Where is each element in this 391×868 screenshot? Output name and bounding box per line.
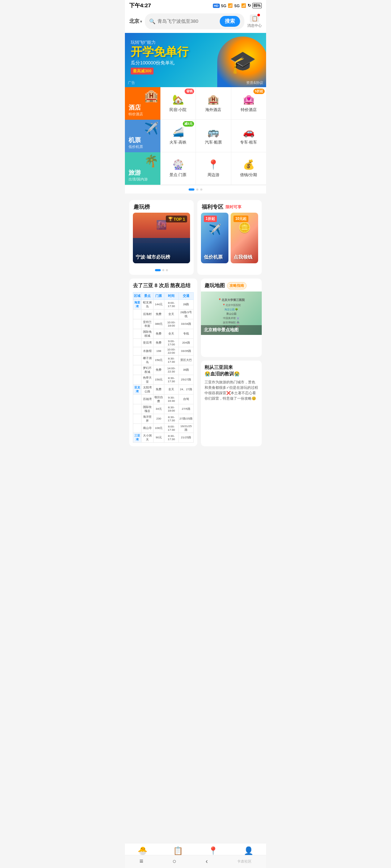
trending-section: 趣玩榜 🌆 🏆 TOP 1 宁波·城市必玩榜 (129, 200, 194, 275)
table-row: 国际免税城免费全天专线 (133, 329, 194, 339)
search-bar[interactable]: 🔍 青岛飞宁波低至380 搜索 (145, 13, 244, 29)
t-dot-1 (155, 269, 161, 271)
minsu-icon: 🏡 (172, 94, 184, 105)
table-row: 三亚湾大小洞天90元8:30-17:3021/25路 (133, 433, 194, 442)
welfare-section: 福利专区 限时可享 1折起 ✈️ 低价机票 10元起 🪙 点我领钱 (197, 200, 262, 275)
trending-title: 趣玩榜 (134, 204, 150, 210)
welfare-cards: 1折起 ✈️ 低价机票 10元起 🪙 点我领钱 (197, 213, 262, 267)
table-row: 国际玫瑰谷34元8:30-18:0027/5路 (133, 404, 194, 414)
col-time: 时间 (164, 292, 178, 299)
signal2: 5G (234, 4, 240, 8)
article-card[interactable]: 去了三亚 8 次后 熬夜总结 区域 景点 门票 时间 交通 海棠湾蜈支洲岛144… (129, 278, 197, 446)
tour-bg-icon: 🌴 (144, 154, 159, 168)
table-row: 皇后湾免费9:00-17:00204路 (133, 339, 194, 347)
table-row: 亚龙湾太阳湾公路免费全天24、27路 (133, 384, 194, 394)
map-image: 📍北京大学第三医院 📍北京中医医院 海淀公园 🌳 景山公园 中国美术馆 🏛️ 故… (201, 292, 262, 335)
bus-label: 汽车·船票 (205, 140, 222, 145)
bottom-spacer (125, 450, 266, 479)
service-nearby[interactable]: 📍 周边游 (196, 152, 231, 185)
tickets-icon: 🎡 (172, 159, 184, 170)
article2-card[interactable]: 刚从三亚回来 😭血泪的教训😭 三亚作为旅游的热门城市，景色和美食都很多✓但是在游… (201, 361, 262, 446)
loan-label: 借钱/分期 (240, 172, 257, 178)
train-label: 火车·高铁 (169, 140, 186, 145)
overseas-hotel-icon: 🏨 (207, 94, 219, 105)
battery-icon: 85% (252, 3, 262, 8)
train-icon: 🚄 (172, 127, 184, 138)
message-icon[interactable]: 📋 (250, 14, 259, 22)
welfare-title: 福利专区 (202, 204, 223, 210)
dot-2 (196, 188, 198, 191)
hd-badge: HD (213, 4, 220, 8)
service-bus-boat[interactable]: 🚌 汽车·船票 (196, 120, 231, 152)
welfare-coins-badge: 10元起 (234, 216, 248, 222)
table-row: 南山寺108元8:00-17:3016/21/25路 (133, 424, 194, 433)
flight-sub: 低价机票 (129, 144, 157, 149)
table-row: 后海村免费全天28路/3号线 (133, 309, 194, 319)
service-tickets[interactable]: 🎡 景点·门票 (160, 152, 196, 185)
tour-sub: 出境/国内游 (129, 177, 157, 182)
table-row: 亚特兰帝斯388元10:00-18:0033/34路 (133, 319, 194, 329)
car-icon: 🚗 (243, 127, 255, 138)
message-label: 消息中心 (247, 23, 262, 28)
rotate-icon: ↻ (248, 3, 251, 8)
col-transport: 交通 (178, 292, 193, 299)
signal-icon2: 📶 (241, 3, 246, 8)
map-title: 趣玩地图 (205, 282, 225, 289)
service-overseas-hotel[interactable]: 🏨 海外酒店 (196, 87, 231, 120)
map-card[interactable]: 趣玩地图 攻略指南 📍北京大学第三医院 📍北京中医医院 海淀公园 🌳 景山公园 … (201, 278, 262, 357)
col-spot: 景点 (142, 292, 154, 299)
service-loan[interactable]: 💰 借钱/分期 (231, 152, 266, 185)
welfare-flight-badge: 1折起 (204, 216, 217, 222)
nearby-label: 周边游 (207, 172, 219, 178)
trending-image[interactable]: 🌆 🏆 TOP 1 宁波·城市必玩榜 (133, 213, 190, 263)
minsu-badge: 省钱 (185, 89, 194, 94)
welfare-header: 福利专区 限时可享 (197, 200, 262, 213)
table-row: 梦幻不夜城免费14:00-22:3035路 (133, 365, 194, 375)
service-train[interactable]: 减5元 🚄 火车·高铁 (160, 120, 196, 152)
welfare-coins[interactable]: 10元起 🪙 点我领钱 (231, 213, 258, 263)
welfare-badge: 限时可享 (226, 204, 241, 210)
location-button[interactable]: 北京 ▾ (129, 18, 142, 25)
search-button[interactable]: 搜索 (220, 16, 240, 27)
banner-ad: 广告 (128, 80, 135, 85)
search-text: 青岛飞宁波低至380 (157, 18, 218, 25)
flight-main[interactable]: ✈️ 机票 低价机票 (125, 120, 160, 152)
table-row: 海棠湾蜈支洲岛144元8:00-17:3028路 (133, 299, 194, 309)
banner[interactable]: 玩转"钞"能力 开学免单行 瓜分100000份免单礼 最高减300 🎓 广告 资… (125, 33, 266, 87)
map-overlay: 北京精华景点地图 (201, 325, 262, 335)
loan-icon: 💰 (243, 159, 255, 170)
banner-subtitle: 玩转"钞"能力 (131, 39, 189, 46)
header: 北京 ▾ 🔍 青岛飞宁波低至380 搜索 📋 消息中心 (125, 10, 266, 33)
top-badge: 🏆 TOP 1 (166, 216, 187, 222)
service-special-hotel[interactable]: 5折起 🏩 特价酒店 (231, 87, 266, 120)
flight-title: 机票 (129, 136, 157, 144)
service-car[interactable]: 🚗 专车·租车 (231, 120, 266, 152)
bus-icon: 🚌 (207, 127, 219, 138)
flight-bg-icon: ✈️ (144, 122, 159, 135)
status-time: 下午4:27 (129, 2, 151, 9)
banner-figure: 🎓 (217, 37, 266, 87)
page-dots (125, 186, 266, 193)
minsu-label: 民宿·小院 (169, 107, 186, 112)
article-title: 去了三亚 8 次后 熬夜总结 (133, 282, 194, 289)
article2-title: 刚从三亚回来 😭血泪的教训😭 (205, 364, 258, 377)
chevron-down-icon: ▾ (140, 20, 142, 24)
hotel-main[interactable]: 🏨 酒店 特价酒店 (125, 87, 160, 120)
tour-main[interactable]: 🌴 旅游 出境/国内游 (125, 152, 160, 185)
trending-dots (129, 267, 194, 275)
article2-body: 三亚作为旅游的热门城市，景色和美食都很多✓但是在游玩的过程中很容易踩雷❌本土著不… (205, 379, 258, 401)
welfare-flight[interactable]: 1折起 ✈️ 低价机票 (201, 213, 228, 263)
special-hotel-icon: 🏩 (243, 94, 255, 105)
banner-promo: 最高减300 (131, 68, 154, 75)
trending-header: 趣玩榜 (129, 200, 194, 213)
map-badge: 攻略指南 (227, 282, 247, 289)
table-row: 百福湾项目自费9:30-16:30自驾 (133, 394, 194, 404)
service-minsu[interactable]: 省钱 🏡 民宿·小院 (160, 87, 196, 120)
banner-title: 开学免单行 (131, 46, 189, 58)
article2-emoji1: 😭 (205, 371, 210, 376)
map-header: 趣玩地图 攻略指南 (201, 278, 262, 292)
table-row: 海洋世界2308:30-17:3027路/25路 (133, 414, 194, 424)
message-center[interactable]: 📋 消息中心 (247, 14, 262, 28)
services-grid: 🏨 酒店 特价酒店 省钱 🏡 民宿·小院 🏨 海外酒店 5折起 🏩 特价酒店 ✈… (125, 87, 266, 185)
banner-legal: 资质&协议 (246, 80, 263, 85)
